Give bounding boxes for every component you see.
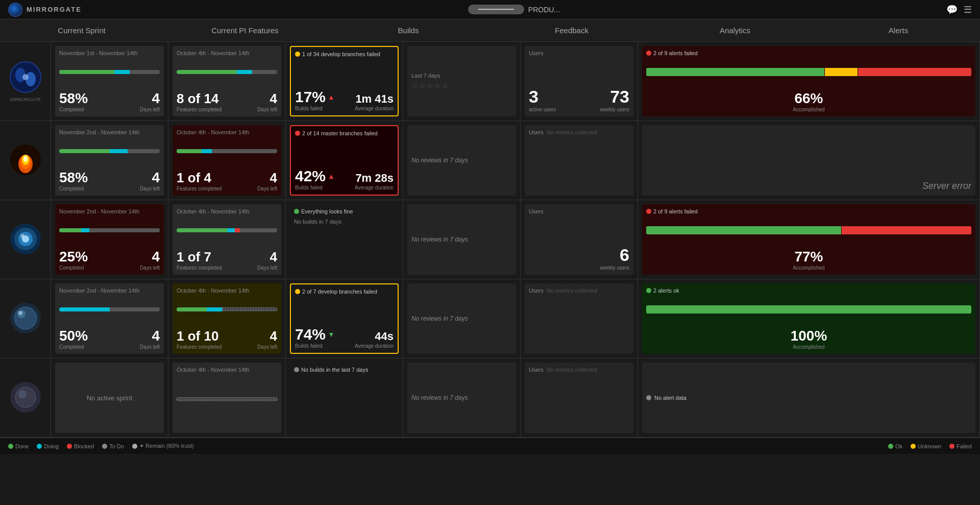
feedback-col-5: No reviews in 7 days — [403, 358, 521, 437]
svg-point-19 — [15, 387, 36, 407]
alert-pct-label: Accomplished — [646, 265, 971, 271]
build-pct-label: Builds failed — [295, 185, 335, 190]
nav-current-pi[interactable]: Current PI Features — [163, 20, 327, 41]
pi-days: 4 — [257, 328, 277, 344]
sprint-pct: 58% — [59, 170, 88, 186]
analytics-no-metrics: No metrics collected — [547, 287, 597, 294]
pi-date: October 4th - November 14th — [177, 50, 277, 56]
avatar-col-4 — [0, 279, 51, 358]
svg-point-3 — [22, 74, 29, 80]
builds-col-4: 2 of 7 develop branches failed 74% ▼ Bui… — [286, 279, 403, 358]
build-dur-label: Average duration — [355, 106, 394, 111]
avatar-3 — [9, 223, 42, 257]
alerts-col-4: 2 alerts ok 100% Accomplished — [638, 279, 980, 358]
sprint-pct-label: Completed — [59, 344, 88, 350]
pi-days: 4 — [257, 170, 277, 186]
pi-days-label: Days left — [257, 107, 277, 112]
chat-icon[interactable]: 💬 — [946, 4, 958, 15]
analytics-num2: 73 — [600, 87, 629, 107]
logo-icon — [8, 3, 22, 17]
analytics-num2-label: weekly users — [600, 107, 629, 112]
pi-date: October 4th - November 14th — [177, 208, 277, 214]
grid-row-4: November 2nd - November 14th 50% Complet… — [0, 279, 980, 358]
sprint-days: 4 — [140, 90, 160, 107]
build-pct: 42% — [295, 167, 326, 185]
sprint-col-2: November 2nd - November 14th 58% Complet… — [51, 121, 168, 200]
analytics-col-5: Users No metrics collected — [521, 358, 638, 437]
alert-pct: 77% — [646, 249, 971, 265]
build-duration: 1m 41s — [355, 92, 394, 106]
avatar-2 — [9, 143, 42, 178]
build-header: Everything looks fine — [294, 208, 395, 214]
nav-analytics[interactable]: Analytics — [653, 20, 817, 41]
legend-item: Blocked — [67, 443, 94, 449]
analytics-title: Users — [529, 367, 544, 373]
sprint-date: November 2nd - November 14th — [59, 129, 160, 135]
pi-days: 4 — [257, 91, 277, 107]
analytics-num2-label: weekly users — [600, 265, 629, 271]
build-pct: 74% — [295, 326, 326, 343]
grid-row-2: November 2nd - November 14th 58% Complet… — [0, 121, 980, 200]
nav-feedback[interactable]: Feedback — [490, 20, 653, 41]
sprint-days: 4 — [140, 249, 160, 265]
feedback-no-reviews: No reviews in 7 days — [411, 157, 512, 164]
alert-pct-label: Accomplished — [646, 107, 971, 112]
project-pill[interactable]: ━━━━━━━━━━ — [468, 5, 524, 14]
legend-item-right: Ok — [888, 443, 902, 449]
menu-icon[interactable]: ☰ — [964, 4, 972, 15]
avatar-5 — [9, 381, 42, 415]
pi-date: October 4th - November 14th — [177, 129, 277, 135]
grid-row-3: November 2nd - November 14th 25% Complet… — [0, 200, 980, 279]
sprint-col-5: No active sprint — [51, 358, 168, 437]
pi-main-label: Features completed — [177, 344, 222, 350]
feedback-col-2: No reviews in 7 days — [403, 121, 521, 200]
top-bar: MIRRORGATE ━━━━━━━━━━ PRODU... 💬 ☰ — [0, 0, 980, 19]
sprint-days-label: Days left — [140, 107, 160, 112]
sprint-days-label: Days left — [140, 186, 160, 191]
build-duration: 44s — [355, 330, 394, 343]
avatar-col-3 — [0, 200, 51, 279]
project-name: PRODU... — [528, 6, 560, 14]
analytics-col-4: Users No metrics collected — [521, 279, 638, 358]
alert-pct: 100% — [646, 328, 971, 344]
top-right: 💬 ☰ — [946, 4, 972, 15]
build-duration: 7m 28s — [355, 172, 394, 185]
sprint-days: 4 — [140, 328, 160, 344]
alerts-col-5: No alert data — [638, 358, 980, 437]
analytics-col-1: Users 3 active users 73 weekly users — [521, 42, 638, 121]
analytics-no-metrics: No metrics collected — [547, 367, 597, 373]
pi-col-1: October 4th - November 14th 8 of 14 Feat… — [168, 42, 286, 121]
build-pct-label: Builds failed — [295, 343, 335, 349]
feedback-no-reviews: No reviews in 7 days — [411, 315, 512, 322]
feedback-no-reviews: No reviews in 7 days — [411, 394, 512, 401]
nav-bar: Current Sprint Current PI Features Build… — [0, 19, 980, 42]
svg-point-17 — [18, 311, 22, 315]
nav-current-sprint[interactable]: Current Sprint — [0, 20, 163, 41]
pi-col-4: October 4th - November 14th 1 of 10 Feat… — [168, 279, 286, 358]
avatar-4 — [9, 302, 42, 336]
svg-point-15 — [14, 307, 37, 329]
top-center: ━━━━━━━━━━ PRODU... — [468, 5, 560, 14]
nav-builds[interactable]: Builds — [327, 20, 490, 41]
pi-col-2: October 4th - November 14th 1 of 4 Featu… — [168, 121, 286, 200]
analytics-num1: 3 — [529, 87, 556, 107]
builds-col-5: No builds in the last 7 days — [286, 358, 403, 437]
build-header: 2 of 14 master branches failed — [295, 130, 394, 136]
alert-header: 2 of 9 alerts failed — [653, 50, 698, 56]
svg-point-20 — [18, 390, 27, 398]
feedback-col-1: Last 7 days ☆☆☆☆☆ — [403, 42, 521, 121]
feedback-stars: ☆☆☆☆☆ — [411, 82, 512, 90]
build-pct: 17% — [295, 88, 326, 106]
sprint-date: November 2nd - November 14th — [59, 208, 160, 214]
no-sprint-label: No active sprint — [87, 394, 133, 402]
analytics-title: Users — [529, 208, 629, 214]
nav-alerts[interactable]: Alerts — [817, 20, 980, 41]
analytics-num2: 6 — [600, 245, 629, 265]
builds-col-2: 2 of 14 master branches failed 42% ▲ Bui… — [286, 121, 403, 200]
pi-main-label: Features completed — [177, 186, 222, 191]
pi-main-label: Features completed — [177, 265, 222, 271]
legend-item: To Do — [102, 443, 124, 449]
pi-main: 1 of 7 — [177, 249, 222, 265]
legend-item: ✦ Remain (80% trust) — [132, 443, 194, 449]
sprint-days: 4 — [140, 170, 160, 186]
